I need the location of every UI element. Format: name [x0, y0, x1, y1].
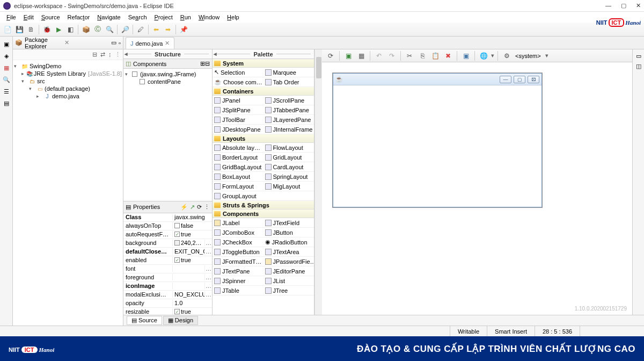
open-type-icon[interactable]: 🔍 — [104, 24, 115, 35]
expand-icon[interactable]: ⊞ — [200, 60, 205, 67]
filter-icon[interactable]: ⫶ — [108, 52, 112, 58]
palette-jtree[interactable]: JTree — [264, 286, 314, 295]
debug-icon[interactable]: 🐞 — [41, 24, 52, 35]
palette-selection[interactable]: ↖Selection — [213, 68, 264, 77]
design-canvas[interactable]: ☕ — ▢ ⛝ 1.10.0.202002151729 — [322, 62, 632, 315]
maximize-view-icon[interactable]: ▫ — [119, 40, 121, 46]
menu-refactor[interactable]: Refactor — [64, 13, 93, 21]
java-file-node[interactable]: ▸Jdemo.java — [14, 92, 122, 100]
system-laf[interactable]: <system> — [515, 53, 541, 59]
menu-window[interactable]: Window — [195, 13, 223, 21]
frame-maximize-icon[interactable]: ▢ — [514, 76, 525, 83]
search-icon[interactable]: 🔎 — [120, 24, 130, 35]
maximize-button[interactable]: ▢ — [621, 2, 626, 9]
palette-jtabbedpane[interactable]: JTabbedPane — [264, 105, 314, 115]
palette-taborder[interactable]: Tab Order — [264, 77, 314, 87]
frame-close-icon[interactable]: ⛝ — [528, 76, 539, 83]
goto-def-icon[interactable]: ↗ — [190, 204, 195, 211]
tab-design[interactable]: ▦Design — [163, 316, 198, 325]
palette-jlabel[interactable]: JLabel — [213, 218, 264, 228]
prop-row[interactable]: font… — [123, 265, 212, 273]
view-close-icon[interactable]: ✕ — [64, 39, 69, 46]
collapse-icon[interactable]: ⊟ — [205, 60, 210, 67]
prop-row[interactable]: opacity1.0 — [123, 299, 212, 308]
prop-row[interactable]: resizable✓true — [123, 308, 212, 315]
new-package-icon[interactable]: 📦 — [80, 24, 91, 35]
save-all-icon[interactable]: 🗎 — [26, 24, 36, 35]
menu-run[interactable]: Run — [177, 13, 194, 21]
task-icon[interactable]: ▦ — [2, 63, 11, 72]
palette-jsplitpane[interactable]: JSplitPane — [213, 105, 264, 115]
palette-boxlayout[interactable]: BoxLayout — [213, 172, 264, 182]
restore-view-icon[interactable]: ▭ — [636, 53, 641, 60]
gear-icon[interactable]: ⚙ — [501, 50, 512, 61]
jframe-preview[interactable]: ☕ — ▢ ⛝ — [333, 73, 542, 207]
collapse-all-icon[interactable]: ⊟ — [92, 51, 97, 58]
cut-icon[interactable]: ✂ — [404, 50, 415, 61]
menu-navigate[interactable]: Navigate — [94, 13, 123, 21]
breakpoint-icon[interactable]: ◈ — [2, 52, 11, 60]
cat-system[interactable]: System — [213, 59, 314, 68]
prop-row[interactable]: enabled✓true — [123, 256, 212, 265]
show-events-icon[interactable]: ⚡ — [180, 204, 188, 211]
menu-source[interactable]: Source — [38, 13, 63, 21]
menu-project[interactable]: Project — [151, 13, 176, 21]
palette-jlist[interactable]: JList — [264, 276, 314, 286]
menu-file[interactable]: File — [3, 13, 19, 21]
delete-icon[interactable]: ✖ — [443, 50, 453, 61]
prop-row[interactable]: iconImage… — [123, 282, 212, 291]
run-icon[interactable]: ▶ — [53, 24, 64, 35]
externalize-icon[interactable]: ▦ — [356, 50, 367, 61]
search-side-icon[interactable]: 🔍 — [2, 75, 11, 84]
cat-struts[interactable]: Struts & Springs — [213, 201, 314, 210]
prop-row[interactable]: autoRequestF…✓true — [123, 230, 212, 239]
project-node[interactable]: ▾📁SwingDemo — [14, 62, 122, 70]
prop-row[interactable]: foreground… — [123, 273, 212, 282]
palette-jtextfield[interactable]: JTextField — [264, 218, 314, 228]
palette-borderlayout[interactable]: BorderLayout — [213, 153, 264, 162]
bookmark-icon[interactable]: ▤ — [2, 99, 11, 107]
palette-jdesktoppane[interactable]: JDesktopPane — [213, 125, 264, 134]
palette-jpasswordfield[interactable]: JPasswordFie… — [264, 257, 314, 266]
link-editor-icon[interactable]: ⇄ — [100, 51, 105, 58]
palette-marquee[interactable]: Marquee — [264, 68, 314, 77]
paste-icon[interactable]: 📋 — [430, 50, 441, 61]
tab-close-icon[interactable]: ✕ — [165, 40, 170, 47]
palette-springlayout[interactable]: SpringLayout — [264, 172, 314, 182]
new-icon[interactable]: 📄 — [2, 24, 13, 35]
save-icon[interactable]: 💾 — [14, 24, 25, 35]
palette-jtable[interactable]: JTable — [213, 286, 264, 295]
palette-grouplayout[interactable]: GroupLayout — [213, 191, 314, 201]
reparse-icon[interactable]: ⟳ — [325, 50, 336, 61]
palette-jpanel[interactable]: JPanel — [213, 96, 264, 105]
prop-row[interactable]: Classjavax.swing… — [123, 213, 212, 222]
preview-icon[interactable]: ▣ — [460, 50, 471, 61]
palette-jscrollpane[interactable]: JScrollPane — [264, 96, 314, 105]
palette-jformattedtextfield[interactable]: JFormattedT… — [213, 257, 264, 266]
copy-icon[interactable]: ⎘ — [417, 50, 428, 61]
coverage-icon[interactable]: ◧ — [65, 24, 76, 35]
jframe-node[interactable]: ▾(javax.swing.JFrame) — [125, 70, 210, 78]
src-node[interactable]: ▾🗀src — [14, 77, 122, 85]
pin-icon[interactable]: 📌 — [178, 24, 189, 35]
new-class-icon[interactable]: Ⓒ — [92, 24, 103, 35]
palette-jcombobox[interactable]: JComboBox — [213, 228, 264, 237]
palette-jtextarea[interactable]: JTextArea — [264, 247, 314, 257]
jre-node[interactable]: ▸📚JRE System Library [JavaSE-1.8] — [14, 70, 122, 77]
prop-row[interactable]: modalExclusi…NO_EXCLU…… — [123, 291, 212, 299]
outline-right-icon[interactable]: ◫ — [636, 63, 641, 70]
palette-jeditorpane[interactable]: JEditorPane — [264, 266, 314, 276]
outline-icon[interactable]: ☰ — [2, 87, 11, 96]
palette-jcheckbox[interactable]: JCheckBox — [213, 237, 264, 247]
palette-jlayeredpane[interactable]: JLayeredPane — [264, 115, 314, 125]
toggle-mark-icon[interactable]: 🖊 — [135, 24, 146, 35]
palette-jtogglebutton[interactable]: JToggleButton — [213, 247, 264, 257]
test-icon[interactable]: ▣ — [343, 50, 354, 61]
palette-jspinner[interactable]: JSpinner — [213, 276, 264, 286]
menu-search[interactable]: Search — [125, 13, 150, 21]
show-advanced-icon[interactable]: ⋮ — [204, 204, 210, 211]
redo-icon[interactable]: ↷ — [386, 50, 397, 61]
prop-row[interactable]: defaultClose…EXIT_ON_C…… — [123, 248, 212, 256]
editor-tab[interactable]: J demo.java ✕ — [126, 37, 174, 49]
menu-help[interactable]: Help — [224, 13, 243, 21]
